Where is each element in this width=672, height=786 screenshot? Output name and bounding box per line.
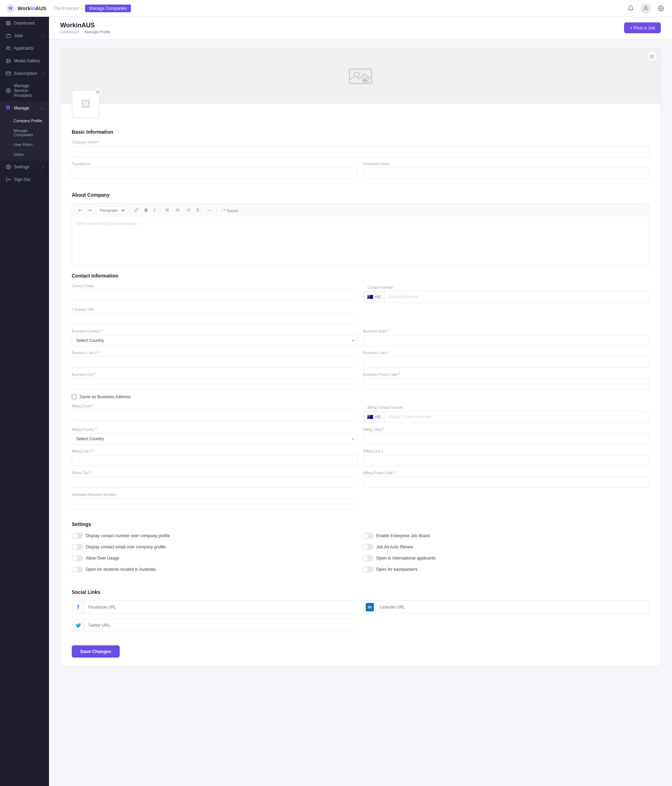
paragraph-select[interactable]: Paragraph xyxy=(96,206,126,214)
business-line1-input[interactable] xyxy=(72,357,358,368)
logo-text: WorkinAUS xyxy=(17,5,46,11)
linkedin-url-input[interactable] xyxy=(376,602,649,612)
align-button[interactable] xyxy=(163,207,172,214)
contact-email-input[interactable] xyxy=(72,290,358,301)
editor-placeholder: Write something about company... xyxy=(76,221,140,226)
bold-button[interactable]: B xyxy=(142,207,150,214)
about-company-editor[interactable]: Write something about company... xyxy=(72,217,649,266)
toggle-display-contact-number[interactable] xyxy=(72,533,83,539)
quote-button[interactable] xyxy=(195,207,203,214)
content-area: 🖼 Basic Information Company Name xyxy=(49,39,672,675)
business-line2-input[interactable] xyxy=(363,357,649,368)
toggle-open-for-students[interactable] xyxy=(72,566,83,572)
toggle-enable-enterprise[interactable] xyxy=(362,533,373,539)
italic-button[interactable]: I xyxy=(152,207,157,214)
billing-contact-input[interactable] xyxy=(385,411,649,422)
sidebar-item-manage-service-providers[interactable]: Manage Service Providers xyxy=(0,80,49,102)
business-postal-input[interactable] xyxy=(363,378,649,390)
billing-country-group: Billing Country Select Country xyxy=(72,428,358,445)
employee-count-group: Employee Count xyxy=(363,162,649,179)
chevron-down-icon: ⌄ xyxy=(41,106,43,110)
link-button[interactable] xyxy=(132,207,140,214)
about-company-title: About Company xyxy=(72,192,649,198)
editor-toolbar: ↩ ↪ Paragraph B I xyxy=(72,203,649,217)
sidebar-item-manage[interactable]: Manage ⌄ xyxy=(0,102,49,115)
settings-icon[interactable] xyxy=(655,3,666,14)
billing-flag-emoji: 🇦🇺 xyxy=(367,414,373,420)
sidebar-item-sign-out[interactable]: Sign Out xyxy=(0,173,49,186)
save-changes-button[interactable]: Save Changes xyxy=(72,645,120,657)
cover-photo-edit-button[interactable] xyxy=(647,52,657,61)
setting-label-enable-enterprise: Enable Enterprise Job Board xyxy=(376,533,430,538)
user-roles-label: User Roles xyxy=(14,142,33,147)
redo-button[interactable]: ↪ xyxy=(86,207,94,214)
svg-point-11 xyxy=(7,60,8,61)
business-country-select[interactable]: Select Country xyxy=(72,335,358,346)
employee-count-label: Employee Count xyxy=(363,162,649,166)
user-avatar[interactable] xyxy=(641,3,651,14)
breadcrumb-employer[interactable]: The Employer xyxy=(53,6,79,11)
numbered-list-button[interactable]: 123 xyxy=(184,207,192,214)
billing-contact-label: Billing Contact Number xyxy=(363,404,649,409)
twitter-url-input[interactable] xyxy=(85,620,357,630)
toggle-job-ad-auto-renew[interactable] xyxy=(362,544,373,550)
sidebar-subitem-users[interactable]: Users xyxy=(0,149,49,159)
toggle-allow-over-usage[interactable] xyxy=(72,555,83,561)
linkedin-input-wrapper: in xyxy=(363,601,649,614)
undo-button[interactable]: ↩ xyxy=(76,207,84,214)
abn-input[interactable] xyxy=(72,498,358,509)
sidebar-item-jobs[interactable]: Jobs › xyxy=(0,29,49,42)
horizontal-rule-button[interactable]: — xyxy=(205,207,214,214)
facebook-icon: f xyxy=(72,601,85,613)
contact-number-input[interactable] xyxy=(385,291,649,302)
company-name-input[interactable] xyxy=(72,146,649,157)
media-gallery-icon xyxy=(6,58,11,64)
sidebar-item-media-gallery[interactable]: Media Gallery xyxy=(0,55,49,67)
sidebar-item-applicants[interactable]: Applicants xyxy=(0,42,49,55)
page-title: WorkinAUS xyxy=(60,22,110,29)
notifications-icon[interactable] xyxy=(625,3,636,14)
billing-city-input[interactable] xyxy=(72,476,358,488)
business-city-input[interactable] xyxy=(72,378,358,390)
contact-number-wrapper: 🇦🇺 +61 xyxy=(363,291,649,303)
business-state-input[interactable] xyxy=(363,335,649,346)
billing-email-label: Billing Email xyxy=(72,404,358,408)
sidebar-label-manage-service-providers: Manage Service Providers xyxy=(14,83,43,98)
post-job-button[interactable]: + Post a Job xyxy=(624,22,661,33)
billing-country-select[interactable]: Select Country xyxy=(72,433,358,445)
billing-state-input[interactable] xyxy=(363,433,649,445)
sidebar-subitem-manage-companies[interactable]: Manage Companies xyxy=(0,126,49,140)
business-country-label: Business Country xyxy=(72,329,358,333)
sidebar-item-dashboard[interactable]: Dashboard xyxy=(0,17,49,29)
toggle-open-backpackers[interactable] xyxy=(362,566,373,572)
breadcrumb-dashboard[interactable]: Dashboard xyxy=(60,30,79,34)
employee-count-input[interactable] xyxy=(363,168,649,179)
bullet-list-button[interactable] xyxy=(174,207,182,214)
founded-on-group: Founded on xyxy=(72,162,358,179)
toggle-display-contact-email[interactable] xyxy=(72,544,83,550)
setting-enable-enterprise: Enable Enterprise Job Board xyxy=(362,533,649,539)
abn-group: Australian Business Number xyxy=(72,493,360,509)
svg-point-9 xyxy=(7,47,9,48)
billing-postal-input[interactable] xyxy=(363,476,649,488)
sidebar-item-settings[interactable]: Settings › xyxy=(0,160,49,173)
manage-icon xyxy=(6,105,11,111)
facebook-url-input[interactable] xyxy=(85,602,357,612)
same-as-business-address-checkbox[interactable] xyxy=(72,395,77,399)
company-logo-placeholder: 🖼 xyxy=(81,98,91,110)
billing-line2-input[interactable] xyxy=(363,455,649,466)
logo-edit-button[interactable] xyxy=(94,88,102,96)
abn-row: Australian Business Number xyxy=(72,493,649,509)
contact-flag-selector[interactable]: 🇦🇺 +61 xyxy=(364,291,385,302)
founded-on-input[interactable] xyxy=(72,168,358,179)
sidebar-subitem-company-profile[interactable]: Company Profile xyxy=(0,116,49,126)
source-button[interactable]: Source xyxy=(219,207,240,214)
toggle-open-international[interactable] xyxy=(362,555,373,561)
billing-email-input[interactable] xyxy=(72,410,358,421)
breadcrumb-manage-companies[interactable]: Manage Companies xyxy=(85,5,131,12)
company-url-input[interactable] xyxy=(72,313,358,324)
billing-line1-input[interactable] xyxy=(72,455,358,466)
sidebar-item-subscription[interactable]: Subscription › xyxy=(0,67,49,80)
sidebar-subitem-user-roles[interactable]: User Roles xyxy=(0,140,49,149)
billing-flag-selector[interactable]: 🇦🇺 +61 xyxy=(364,411,385,422)
